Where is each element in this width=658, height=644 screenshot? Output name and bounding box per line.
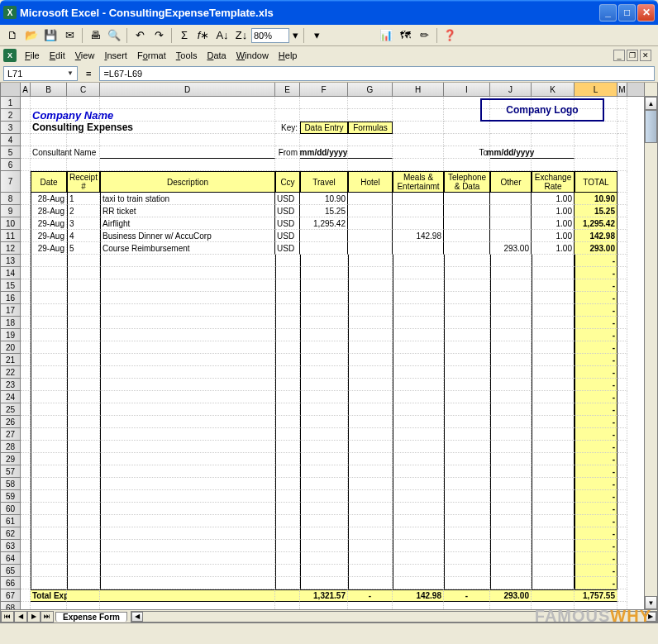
- cell[interactable]: [393, 552, 444, 565]
- cell[interactable]: [444, 577, 490, 589]
- row-header-8[interactable]: 8: [1, 193, 20, 205]
- exp-total-empty[interactable]: -: [575, 304, 617, 317]
- cell[interactable]: [100, 552, 275, 565]
- exp-rate[interactable]: 1.00: [532, 217, 575, 230]
- table-header[interactable]: Date: [31, 171, 67, 193]
- row-header-29[interactable]: 29: [1, 453, 20, 465]
- col-header-I[interactable]: I: [444, 83, 490, 96]
- cell[interactable]: [21, 329, 31, 341]
- row-header-23[interactable]: 23: [1, 379, 20, 391]
- cell[interactable]: [21, 478, 31, 490]
- email-icon[interactable]: ✉: [60, 26, 79, 45]
- exp-rate[interactable]: 1.00: [532, 230, 575, 242]
- cell[interactable]: [300, 478, 348, 490]
- col-header-H[interactable]: H: [393, 83, 444, 96]
- row-header-25[interactable]: 25: [1, 403, 20, 416]
- cell[interactable]: [21, 230, 31, 242]
- cell[interactable]: [444, 379, 490, 391]
- exp-total-empty[interactable]: -: [575, 515, 617, 527]
- row-header-58[interactable]: 58: [1, 478, 20, 490]
- cell[interactable]: [300, 552, 348, 565]
- col-header-F[interactable]: F: [300, 83, 348, 96]
- row-header-62[interactable]: 62: [1, 527, 20, 540]
- cell[interactable]: [348, 391, 393, 403]
- cell[interactable]: [21, 515, 31, 527]
- row-header-18[interactable]: 18: [1, 317, 20, 329]
- cell[interactable]: [490, 552, 532, 565]
- cell[interactable]: [617, 193, 627, 205]
- cell[interactable]: [532, 465, 575, 478]
- cell[interactable]: [490, 403, 532, 416]
- cell[interactable]: [617, 97, 627, 109]
- cell[interactable]: [617, 317, 627, 329]
- cell[interactable]: [21, 540, 31, 552]
- cell[interactable]: [617, 171, 627, 193]
- row-header-68[interactable]: 68: [1, 602, 20, 609]
- cell[interactable]: [348, 540, 393, 552]
- cell[interactable]: [490, 416, 532, 428]
- cell[interactable]: [617, 242, 627, 255]
- exp-total-empty[interactable]: -: [575, 453, 617, 465]
- cell[interactable]: [31, 441, 67, 453]
- cell[interactable]: [31, 515, 67, 527]
- cell[interactable]: [532, 279, 575, 292]
- cell[interactable]: [275, 279, 300, 292]
- cell[interactable]: [490, 490, 532, 503]
- cell[interactable]: [300, 379, 348, 391]
- cell[interactable]: [490, 122, 532, 134]
- cell[interactable]: [490, 267, 532, 279]
- cell[interactable]: [67, 577, 100, 589]
- cell[interactable]: [300, 428, 348, 441]
- cell[interactable]: [275, 428, 300, 441]
- row-header-60[interactable]: 60: [1, 503, 20, 515]
- cell[interactable]: [532, 255, 575, 267]
- row-header-13[interactable]: 13: [1, 255, 20, 267]
- toolbar-options-icon[interactable]: ▾: [308, 26, 326, 45]
- cell[interactable]: [444, 441, 490, 453]
- cell[interactable]: [275, 577, 300, 589]
- cell[interactable]: [348, 428, 393, 441]
- cell[interactable]: [348, 453, 393, 465]
- cell[interactable]: [617, 255, 627, 267]
- cell[interactable]: [275, 403, 300, 416]
- cell[interactable]: [393, 255, 444, 267]
- sort-desc-icon[interactable]: Z↓: [232, 26, 250, 45]
- cell[interactable]: [21, 453, 31, 465]
- cell[interactable]: [532, 453, 575, 465]
- from-label[interactable]: From: [275, 146, 300, 159]
- cell[interactable]: [532, 134, 575, 146]
- cell[interactable]: [21, 552, 31, 565]
- exp-total-empty[interactable]: -: [575, 478, 617, 490]
- cell[interactable]: [275, 552, 300, 565]
- cell[interactable]: [67, 503, 100, 515]
- cell[interactable]: [617, 341, 627, 354]
- cell[interactable]: [100, 403, 275, 416]
- cell[interactable]: [393, 292, 444, 304]
- exp-date[interactable]: 29-Aug: [31, 217, 67, 230]
- redo-icon[interactable]: ↷: [150, 26, 168, 45]
- exp-total-empty[interactable]: -: [575, 341, 617, 354]
- cell[interactable]: [348, 366, 393, 379]
- cell[interactable]: [100, 341, 275, 354]
- cell[interactable]: [393, 527, 444, 540]
- row-header-5[interactable]: 5: [1, 146, 20, 159]
- cell[interactable]: [393, 354, 444, 366]
- row-header-4[interactable]: 4: [1, 134, 20, 146]
- cell[interactable]: [617, 403, 627, 416]
- cell[interactable]: [21, 255, 31, 267]
- cell[interactable]: [393, 577, 444, 589]
- cell[interactable]: [532, 403, 575, 416]
- exp-total-empty[interactable]: -: [575, 577, 617, 589]
- cell[interactable]: [490, 565, 532, 577]
- cell[interactable]: [532, 304, 575, 317]
- cell[interactable]: [348, 552, 393, 565]
- cell[interactable]: [490, 366, 532, 379]
- exp-total-empty[interactable]: -: [575, 279, 617, 292]
- cell[interactable]: [393, 341, 444, 354]
- maximize-button[interactable]: □: [618, 4, 636, 21]
- cell[interactable]: [31, 391, 67, 403]
- cell[interactable]: [348, 527, 393, 540]
- row-header-28[interactable]: 28: [1, 441, 20, 453]
- cell[interactable]: [67, 515, 100, 527]
- cell[interactable]: [393, 428, 444, 441]
